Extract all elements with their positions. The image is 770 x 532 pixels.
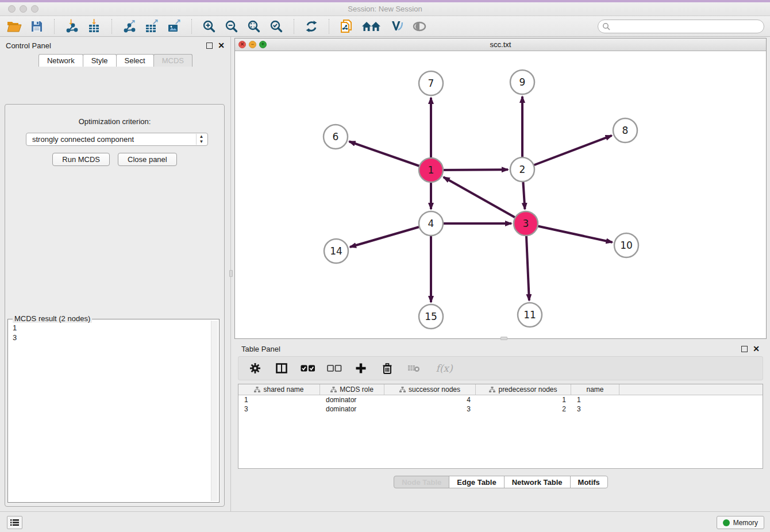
home-icon[interactable] — [360, 18, 383, 34]
column-header-name[interactable]: name — [571, 384, 619, 395]
graph-node-label: 3 — [523, 218, 529, 229]
refresh-icon[interactable] — [303, 18, 320, 34]
graph-node-10[interactable]: 10 — [614, 233, 638, 257]
tab-network-table[interactable]: Network Table — [504, 476, 571, 488]
export-image-icon[interactable]: ↗ — [165, 18, 183, 34]
vizmapper-icon[interactable] — [388, 18, 406, 34]
network-window-title: scc.txt — [235, 40, 766, 49]
network-graph[interactable]: 7968124314101511 — [235, 51, 766, 338]
control-panel: Control Panel ✕ Network Style Select MCD… — [0, 37, 231, 511]
list-icon — [10, 519, 19, 526]
graph-edge-2-8[interactable] — [522, 136, 612, 169]
cell-shared-name[interactable]: 1 — [238, 395, 320, 404]
eye-icon[interactable] — [411, 18, 428, 34]
graph-edge-1-6[interactable] — [349, 141, 431, 170]
gear-icon[interactable] — [248, 361, 263, 376]
cell-successor-nodes[interactable]: 3 — [384, 404, 476, 414]
close-panel-icon[interactable]: ✕ — [218, 41, 225, 49]
table-row[interactable]: 3 dominator 3 2 3 — [238, 404, 763, 414]
graph-node-11[interactable]: 11 — [518, 303, 542, 327]
graph-node-14[interactable]: 14 — [324, 239, 348, 263]
export-table-icon[interactable]: ↗ — [143, 18, 160, 34]
graph-node-label: 7 — [428, 78, 434, 89]
tab-style[interactable]: Style — [83, 54, 117, 67]
graph-edge-3-10[interactable] — [526, 223, 613, 242]
copy-network-icon[interactable] — [338, 18, 355, 34]
cell-predecessor-nodes[interactable]: 2 — [476, 404, 571, 414]
export-network-icon[interactable]: ↗ — [121, 18, 138, 34]
mcds-panel: Optimization criterion: strongly connect… — [5, 104, 225, 507]
network-canvas[interactable]: 7968124314101511 — [235, 51, 766, 338]
zoom-selected-icon[interactable] — [268, 18, 285, 34]
result-scrollbar[interactable] — [211, 321, 218, 501]
column-type-icon — [489, 387, 495, 392]
save-session-icon[interactable] — [28, 18, 45, 34]
float-table-panel-icon[interactable] — [741, 346, 748, 352]
graph-node-9[interactable]: 9 — [510, 70, 534, 94]
tab-network[interactable]: Network — [38, 54, 83, 67]
toolbar-separator — [111, 19, 112, 34]
graph-node-2[interactable]: 2 — [510, 157, 534, 182]
cell-name[interactable]: 3 — [571, 404, 619, 414]
zoom-out-icon[interactable] — [223, 18, 240, 34]
graph-node-4[interactable]: 4 — [419, 211, 443, 236]
criterion-select[interactable]: strongly connected component ▲▼ — [26, 133, 208, 146]
window-title: Session: New Session — [0, 5, 770, 13]
run-mcds-button[interactable]: Run MCDS — [52, 153, 110, 166]
select-stepper-icon[interactable]: ▲▼ — [196, 134, 206, 145]
cell-successor-nodes[interactable]: 4 — [384, 395, 476, 404]
status-bar: Memory — [0, 511, 770, 532]
tab-edge-table[interactable]: Edge Table — [449, 476, 504, 488]
columns-icon[interactable] — [274, 361, 289, 376]
delete-column-icon[interactable] — [380, 361, 395, 376]
column-header-successor-nodes[interactable]: successor nodes — [384, 384, 476, 395]
select-all-icon[interactable] — [301, 361, 315, 376]
cell-mcds-role[interactable]: dominator — [320, 404, 384, 414]
toolbar-separator — [191, 19, 192, 34]
vertical-splitter-handle[interactable] — [229, 270, 233, 277]
toolbar-separator — [294, 19, 294, 34]
cell-name[interactable]: 1 — [571, 395, 619, 404]
window-titlebar[interactable]: Session: New Session — [0, 2, 770, 16]
horizontal-splitter-handle[interactable] — [500, 337, 507, 340]
search-input[interactable] — [598, 20, 764, 33]
tab-node-table[interactable]: Node Table — [394, 476, 449, 488]
function-icon[interactable]: f(x) — [433, 361, 456, 376]
graph-node-8[interactable]: 8 — [613, 118, 637, 142]
column-header-predecessor-nodes[interactable]: predecessor nodes — [476, 384, 571, 395]
add-column-icon[interactable] — [353, 361, 368, 376]
mcds-result-text[interactable]: 1 3 — [9, 321, 211, 501]
tab-motifs[interactable]: Motifs — [570, 476, 608, 488]
memory-button[interactable]: Memory — [717, 516, 764, 529]
float-panel-icon[interactable] — [206, 43, 213, 49]
graph-node-7[interactable]: 7 — [419, 71, 443, 95]
cell-predecessor-nodes[interactable]: 1 — [476, 395, 571, 404]
table-panel-title: Table Panel — [241, 345, 280, 353]
close-table-panel-icon[interactable]: ✕ — [753, 345, 760, 353]
deselect-all-icon[interactable] — [327, 361, 342, 376]
network-window-titlebar[interactable]: ✕ − + scc.txt — [235, 38, 766, 51]
zoom-in-icon[interactable] — [201, 18, 218, 34]
graph-node-label: 9 — [519, 76, 526, 88]
graph-node-15[interactable]: 15 — [419, 304, 443, 329]
cell-mcds-role[interactable]: dominator — [320, 395, 384, 404]
graph-node-1[interactable]: 1 — [419, 158, 443, 182]
cell-shared-name[interactable]: 3 — [238, 404, 320, 414]
open-session-icon[interactable] — [6, 18, 23, 34]
zoom-fit-icon[interactable] — [245, 18, 263, 34]
column-header-shared-name[interactable]: shared name — [238, 384, 320, 395]
column-header-mcds-role[interactable]: MCDS role — [320, 384, 384, 395]
graph-edge-3-1[interactable] — [444, 177, 526, 223]
graph-node-6[interactable]: 6 — [324, 125, 348, 149]
task-history-button[interactable] — [7, 516, 22, 529]
close-panel-button[interactable]: Close panel — [118, 153, 177, 166]
optimization-criterion-label: Optimization criterion: — [5, 117, 224, 126]
table-row[interactable]: 1 dominator 4 1 1 — [238, 395, 763, 404]
delete-table-icon[interactable] — [406, 361, 421, 376]
import-network-icon[interactable]: ↓ — [63, 18, 80, 34]
import-table-icon[interactable]: ↓ — [86, 18, 103, 34]
tab-select[interactable]: Select — [116, 54, 154, 67]
tab-mcds[interactable]: MCDS — [153, 54, 192, 67]
control-panel-tabs: Network Style Select MCDS — [0, 54, 230, 67]
graph-node-3[interactable]: 3 — [514, 211, 538, 236]
